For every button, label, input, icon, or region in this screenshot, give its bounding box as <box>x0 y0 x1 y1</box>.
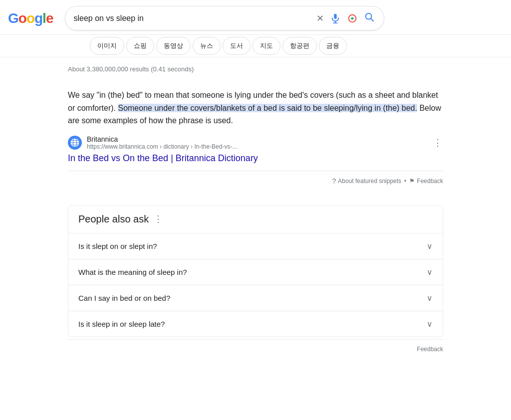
chevron-down-icon-3: ∨ <box>427 319 433 329</box>
lens-icon <box>347 13 358 24</box>
paa-item-1[interactable]: What is the meaning of sleep in? ∨ <box>68 259 443 285</box>
chevron-down-icon-2: ∨ <box>427 293 433 303</box>
main-content: About 3,380,000,000 results (0.41 second… <box>56 57 455 365</box>
source-name: Britannica <box>87 135 237 143</box>
source-favicon <box>68 136 82 150</box>
flag-icon: ⚑ <box>409 178 415 185</box>
image-search-button[interactable] <box>346 12 359 25</box>
close-icon: ✕ <box>316 13 324 24</box>
clear-button[interactable]: ✕ <box>315 12 325 25</box>
tab-flights[interactable]: 항공편 <box>282 37 317 55</box>
header: Google ✕ <box>0 0 511 35</box>
snippet-feedback-link[interactable]: ⚑ Feedback <box>409 178 443 185</box>
paa-item-3[interactable]: Is it sleep in or sleep late? ∨ <box>68 311 443 337</box>
source-url: https://www.britannica.com › dictionary … <box>87 143 237 150</box>
results-count: About 3,380,000,000 results (0.41 second… <box>68 65 443 73</box>
bottom-feedback-label: Feedback <box>417 346 443 353</box>
featured-snippet: We say "in (the) bed" to mean that someo… <box>68 81 443 193</box>
paa-item-0[interactable]: Is it slept on or slept in? ∨ <box>68 233 443 259</box>
paa-menu-icon[interactable]: ⋮ <box>154 213 163 224</box>
separator: • <box>404 178 406 185</box>
tab-books[interactable]: 도서 <box>223 37 251 55</box>
feedback-label: Feedback <box>417 178 443 185</box>
chevron-down-icon-0: ∨ <box>427 241 433 251</box>
logo-text: Google <box>8 11 53 25</box>
tab-videos[interactable]: 동영상 <box>156 37 191 55</box>
tab-shopping[interactable]: 쇼핑 <box>126 37 154 55</box>
svg-point-4 <box>351 17 354 19</box>
paa-question-3: Is it sleep in or sleep late? <box>78 320 165 328</box>
people-also-ask-section: People also ask ⋮ Is it slept on or slep… <box>68 205 443 337</box>
svg-rect-0 <box>334 13 337 18</box>
svg-line-6 <box>371 18 374 21</box>
source-info: Britannica https://www.britannica.com › … <box>87 135 237 150</box>
search-bar: ✕ <box>65 6 384 30</box>
tab-news[interactable]: 뉴스 <box>193 37 221 55</box>
paa-header: People also ask ⋮ <box>68 206 443 233</box>
mic-icon <box>330 13 341 24</box>
about-snippets-text: About featured snippets <box>338 178 401 185</box>
search-icons: ✕ <box>315 10 376 26</box>
source-menu-button[interactable]: ⋮ <box>432 136 443 149</box>
paa-question-2: Can I say in bed or on bed? <box>78 294 170 302</box>
globe-icon <box>69 137 80 148</box>
feedback-row: ? About featured snippets • ⚑ Feedback <box>68 171 443 185</box>
snippet-link[interactable]: In the Bed vs On the Bed | Britannica Di… <box>68 152 443 165</box>
tab-images[interactable]: 이미지 <box>90 37 124 55</box>
bottom-feedback[interactable]: Feedback <box>68 339 443 357</box>
search-input[interactable] <box>73 14 310 23</box>
tab-finance[interactable]: 금융 <box>319 37 347 55</box>
search-icon <box>364 11 375 25</box>
tab-maps[interactable]: 지도 <box>253 37 280 55</box>
search-tabs: 이미지 쇼핑 동영상 뉴스 도서 지도 항공편 금융 <box>0 35 511 57</box>
chevron-down-icon-1: ∨ <box>427 267 433 277</box>
paa-item-2[interactable]: Can I say in bed or on bed? ∨ <box>68 285 443 311</box>
question-circle-icon: ? <box>332 177 336 185</box>
snippet-text: We say "in (the) bed" to mean that someo… <box>68 89 443 127</box>
voice-search-button[interactable] <box>329 12 342 25</box>
source-row: Britannica https://www.britannica.com › … <box>68 135 443 150</box>
google-logo[interactable]: Google <box>8 11 53 25</box>
paa-heading: People also ask <box>78 213 149 225</box>
search-button[interactable] <box>363 10 376 26</box>
about-snippets-link[interactable]: ? About featured snippets <box>332 177 402 185</box>
snippet-text-highlight: Someone under the covers/blankets of a b… <box>118 104 417 112</box>
paa-question-1: What is the meaning of sleep in? <box>78 268 187 276</box>
more-options-icon: ⋮ <box>433 137 442 148</box>
paa-question-0: Is it slept on or slept in? <box>78 242 157 250</box>
